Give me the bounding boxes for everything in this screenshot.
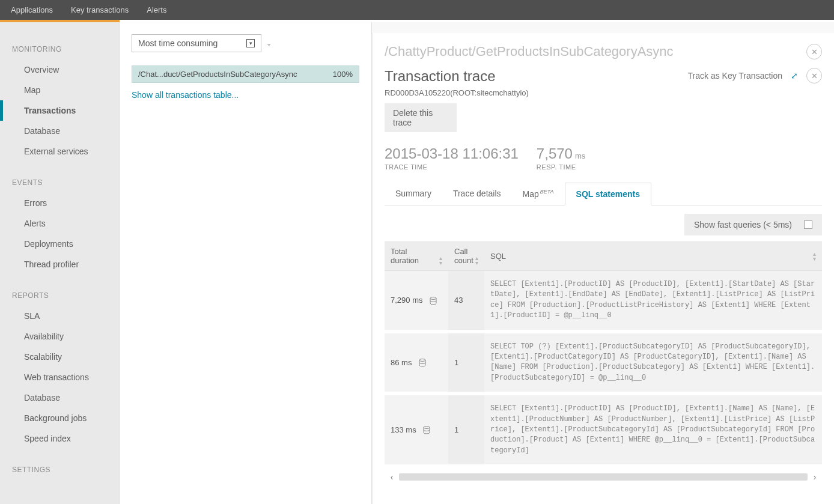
sidebar-item-background-jobs[interactable]: Background jobs (0, 408, 119, 428)
duration-value: 7,290 ms (391, 296, 422, 305)
nav-applications[interactable]: Applications (11, 5, 53, 14)
svg-point-2 (424, 427, 430, 429)
sidebar: MONITORING Overview Map Transactions Dat… (0, 22, 120, 504)
trace-title: Transaction trace (385, 68, 529, 85)
sidebar-item-speed-index[interactable]: Speed index (0, 428, 119, 449)
sidebar-item-scalability[interactable]: Scalability (0, 347, 119, 367)
close-panel-button[interactable]: ✕ (806, 44, 822, 59)
sidebar-item-alerts[interactable]: Alerts (0, 213, 119, 234)
sidebar-header-reports: REPORTS (0, 287, 119, 306)
transaction-row[interactable]: /Chat...duct/GetProductsInSubCategoryAsy… (132, 65, 359, 83)
sidebar-item-availability[interactable]: Availability (0, 326, 119, 347)
table-row[interactable]: 86 ms 1 SELECT TOP (?) [Extent1].[Produc… (385, 332, 822, 394)
sidebar-item-overview[interactable]: Overview (0, 59, 119, 80)
duration-value: 86 ms (391, 358, 412, 367)
trace-subtitle: RD000D3A105220(ROOT:sitecmchattyio) (385, 88, 529, 97)
sql-text: SELECT TOP (?) [Extent1].[ProductSubcate… (490, 342, 816, 384)
track-key-transaction-link[interactable]: Track as Key Transaction (688, 71, 782, 80)
sidebar-item-sla[interactable]: SLA (0, 306, 119, 326)
resp-time-unit: ms (575, 151, 585, 160)
sidebar-item-map[interactable]: Map (0, 80, 119, 100)
tab-summary[interactable]: Summary (385, 183, 442, 205)
show-all-link[interactable]: Show all transactions table... (132, 90, 359, 100)
call-count-value: 43 (448, 271, 484, 332)
sidebar-item-transactions[interactable]: Transactions (0, 100, 119, 121)
sidebar-header-events: EVENTS (0, 174, 119, 193)
sort-icon: ▴▾ (813, 252, 816, 261)
pager: ‹ › (385, 472, 822, 482)
col-call-count[interactable]: Call count ▴▾ (448, 242, 484, 271)
top-nav: Applications Key transactions Alerts (0, 0, 834, 20)
beta-badge: BETA (540, 189, 554, 195)
trace-panel: /ChattyProduct/GetProductsInSubCategoryA… (372, 22, 834, 504)
svg-point-0 (430, 297, 436, 299)
database-icon (430, 297, 437, 305)
close-icon: ✕ (811, 71, 818, 80)
pager-scrollbar[interactable] (399, 473, 808, 481)
chevron-down-icon: ▾ (246, 39, 255, 47)
sidebar-item-deployments[interactable]: Deployments (0, 234, 119, 254)
sidebar-item-web-transactions[interactable]: Web transactions (0, 367, 119, 387)
nav-alerts[interactable]: Alerts (147, 5, 166, 14)
sql-text: SELECT [Extent1].[ProductID] AS [Product… (490, 279, 816, 321)
table-row[interactable]: 133 ms 1 SELECT [Extent1].[ProductID] AS… (385, 393, 822, 466)
fast-queries-toggle[interactable]: Show fast queries (< 5ms) (684, 214, 822, 235)
sidebar-header-monitoring: MONITORING (0, 40, 119, 59)
nav-key-transactions[interactable]: Key transactions (71, 5, 129, 14)
fast-queries-label: Show fast queries (< 5ms) (694, 220, 792, 229)
delete-trace-button[interactable]: Delete this trace (385, 103, 457, 132)
close-trace-button[interactable]: ✕ (806, 68, 822, 83)
duration-value: 133 ms (391, 425, 416, 434)
resp-time-value: 7,570 (537, 145, 573, 162)
sidebar-item-database[interactable]: Database (0, 121, 119, 141)
sort-dropdown-label: Most time consuming (138, 38, 218, 48)
tab-trace-details[interactable]: Trace details (442, 183, 512, 205)
expand-icon[interactable]: ⤢ (791, 71, 798, 80)
col-sql[interactable]: SQL ▴▾ (484, 242, 822, 271)
sidebar-item-external-services[interactable]: External services (0, 141, 119, 162)
pager-next-button[interactable]: › (808, 472, 822, 482)
trace-time-value: 2015-03-18 11:06:31 (385, 145, 519, 162)
close-icon: ✕ (811, 47, 818, 56)
col-total-duration[interactable]: Total duration ▴▾ (385, 242, 448, 271)
trace-time-label: TRACE TIME (385, 163, 519, 171)
database-icon (423, 426, 430, 434)
sidebar-header-settings: SETTINGS (0, 461, 119, 480)
sidebar-item-thread-profiler[interactable]: Thread profiler (0, 254, 119, 275)
transactions-column: Most time consuming ▾ ⌄ /Chat...duct/Get… (120, 22, 372, 504)
transaction-name: /Chat...duct/GetProductsInSubCategoryAsy… (138, 70, 297, 79)
resp-time-label: RESP. TIME (537, 163, 585, 171)
sql-text: SELECT [Extent1].[ProductID] AS [Product… (490, 404, 816, 456)
pager-prev-button[interactable]: ‹ (385, 472, 399, 482)
svg-point-1 (419, 359, 425, 362)
sort-dropdown[interactable]: Most time consuming ▾ (132, 34, 261, 52)
call-count-value: 1 (448, 332, 484, 394)
breadcrumb: /ChattyProduct/GetProductsInSubCategoryA… (385, 44, 674, 59)
checkbox-icon (804, 220, 812, 229)
sort-icon: ▴▾ (439, 256, 442, 266)
sort-icon: ▴▾ (475, 256, 478, 266)
tab-sql-statements[interactable]: SQL statements (565, 183, 651, 205)
transaction-percent: 100% (333, 70, 353, 79)
sidebar-item-database-report[interactable]: Database (0, 387, 119, 408)
call-count-value: 1 (448, 393, 484, 466)
trace-tabs: Summary Trace details MapBETA SQL statem… (385, 183, 822, 205)
sidebar-item-errors[interactable]: Errors (0, 193, 119, 213)
database-icon (419, 359, 426, 367)
expand-caret-icon[interactable]: ⌄ (266, 40, 272, 47)
tab-map[interactable]: MapBETA (512, 183, 565, 205)
sql-table: Total duration ▴▾ Call count ▴▾ SQL ▴▾ (385, 241, 822, 468)
table-row[interactable]: 7,290 ms 43 SELECT [Extent1].[ProductID]… (385, 271, 822, 332)
